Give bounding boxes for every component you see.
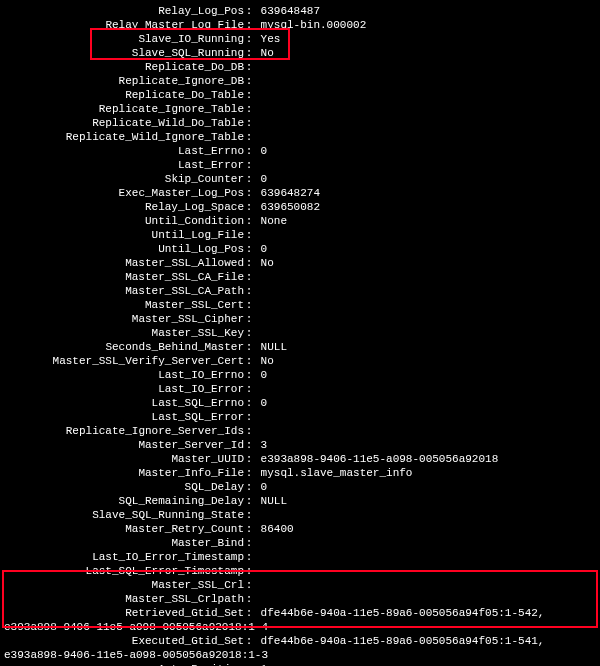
status-key: Master_SSL_Allowed (4, 256, 244, 270)
status-row: Master_SSL_Key: (4, 326, 596, 340)
colon: : (244, 522, 254, 536)
status-row: Master_SSL_Allowed: No (4, 256, 596, 270)
status-row: Master_SSL_Cert: (4, 298, 596, 312)
status-value (254, 270, 596, 284)
colon: : (244, 158, 254, 172)
status-value: No (254, 354, 596, 368)
status-key: Replicate_Do_DB (4, 60, 244, 74)
status-key: Relay_Log_Space (4, 200, 244, 214)
status-key: Skip_Counter (4, 172, 244, 186)
status-value (254, 424, 596, 438)
status-value: NULL (254, 340, 596, 354)
status-value (254, 564, 596, 578)
status-row: Until_Log_Pos: 0 (4, 242, 596, 256)
colon: : (244, 102, 254, 116)
status-value-continuation: e393a898-9406-11e5-a098-005056a92018:1-3 (4, 648, 596, 662)
status-row: Relay_Master_Log_File: mysql-bin.000002 (4, 18, 596, 32)
colon: : (244, 662, 254, 666)
colon: : (244, 480, 254, 494)
status-row: Slave_IO_Running: Yes (4, 32, 596, 46)
colon: : (244, 396, 254, 410)
colon: : (244, 298, 254, 312)
status-value: 639648487 (254, 4, 596, 18)
status-key: Master_UUID (4, 452, 244, 466)
status-key: Until_Condition (4, 214, 244, 228)
status-row: Replicate_Ignore_Table: (4, 102, 596, 116)
status-key: Last_SQL_Errno (4, 396, 244, 410)
status-row: Replicate_Ignore_DB: (4, 74, 596, 88)
status-value (254, 88, 596, 102)
colon: : (244, 144, 254, 158)
status-key: Master_SSL_Key (4, 326, 244, 340)
status-row: Relay_Log_Pos: 639648487 (4, 4, 596, 18)
colon: : (244, 494, 254, 508)
status-key: Master_SSL_Cert (4, 298, 244, 312)
status-row: Last_IO_Error_Timestamp: (4, 550, 596, 564)
status-value: 0 (254, 396, 596, 410)
status-key: Last_Errno (4, 144, 244, 158)
status-value: No (254, 256, 596, 270)
status-key: Last_SQL_Error_Timestamp (4, 564, 244, 578)
colon: : (244, 46, 254, 60)
status-row: Master_SSL_CA_Path: (4, 284, 596, 298)
status-row: Until_Condition: None (4, 214, 596, 228)
status-row: Replicate_Wild_Ignore_Table: (4, 130, 596, 144)
status-value: None (254, 214, 596, 228)
status-value: 86400 (254, 522, 596, 536)
status-row: Master_Bind: (4, 536, 596, 550)
status-key: Master_SSL_Crl (4, 578, 244, 592)
colon: : (244, 74, 254, 88)
status-value: 0 (254, 144, 596, 158)
terminal-output: Relay_Log_Pos: 639648487Relay_Master_Log… (4, 4, 596, 666)
status-value (254, 410, 596, 424)
colon: : (244, 536, 254, 550)
status-key: Slave_SQL_Running (4, 46, 244, 60)
status-value: 0 (254, 368, 596, 382)
status-value (254, 74, 596, 88)
colon: : (244, 4, 254, 18)
status-row: Master_Info_File: mysql.slave_master_inf… (4, 466, 596, 480)
status-key: Last_IO_Error (4, 382, 244, 396)
colon: : (244, 340, 254, 354)
status-key: Executed_Gtid_Set (4, 634, 244, 648)
status-value (254, 130, 596, 144)
status-row: Executed_Gtid_Set: dfe44b6e-940a-11e5-89… (4, 634, 596, 648)
colon: : (244, 452, 254, 466)
status-key: Auto_Position (4, 662, 244, 666)
colon: : (244, 312, 254, 326)
status-value: No (254, 46, 596, 60)
status-value (254, 298, 596, 312)
status-value: mysql.slave_master_info (254, 466, 596, 480)
status-value (254, 312, 596, 326)
status-key: Relay_Master_Log_File (4, 18, 244, 32)
status-key: Replicate_Do_Table (4, 88, 244, 102)
status-value: dfe44b6e-940a-11e5-89a6-005056a94f05:1-5… (254, 634, 596, 648)
colon: : (244, 410, 254, 424)
colon: : (244, 354, 254, 368)
status-row: SQL_Delay: 0 (4, 480, 596, 494)
status-key: Replicate_Ignore_Server_Ids (4, 424, 244, 438)
status-row: Master_SSL_Verify_Server_Cert: No (4, 354, 596, 368)
status-row: Last_Errno: 0 (4, 144, 596, 158)
status-value: 0 (254, 480, 596, 494)
status-key: Master_Server_Id (4, 438, 244, 452)
status-row: Slave_SQL_Running_State: (4, 508, 596, 522)
status-row: Master_Retry_Count: 86400 (4, 522, 596, 536)
status-value-continuation: e393a898-9406-11e5-a098-005056a92018:1-4 (4, 620, 596, 634)
status-key: Master_Bind (4, 536, 244, 550)
status-key: Seconds_Behind_Master (4, 340, 244, 354)
status-value: 1 (254, 662, 596, 666)
status-key: Last_Error (4, 158, 244, 172)
status-value: 3 (254, 438, 596, 452)
status-key: Last_SQL_Error (4, 410, 244, 424)
status-value (254, 550, 596, 564)
status-row: Last_IO_Error: (4, 382, 596, 396)
colon: : (244, 228, 254, 242)
status-key: Master_SSL_CA_File (4, 270, 244, 284)
colon: : (244, 508, 254, 522)
colon: : (244, 88, 254, 102)
status-row: Seconds_Behind_Master: NULL (4, 340, 596, 354)
status-value (254, 116, 596, 130)
status-row: Retrieved_Gtid_Set: dfe44b6e-940a-11e5-8… (4, 606, 596, 620)
status-row: Master_SSL_Cipher: (4, 312, 596, 326)
